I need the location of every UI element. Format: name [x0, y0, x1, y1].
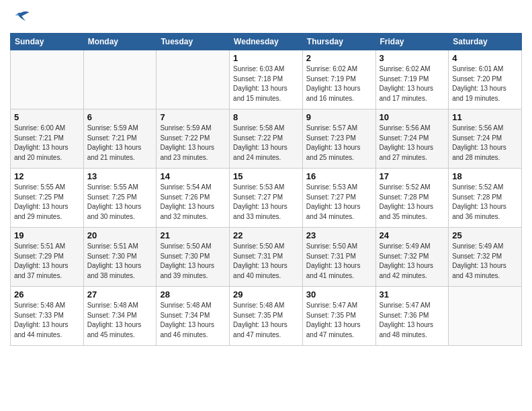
- calendar-cell: 10Sunrise: 5:56 AMSunset: 7:24 PMDayligh…: [375, 109, 449, 169]
- calendar-week-3: 12Sunrise: 5:55 AMSunset: 7:25 PMDayligh…: [11, 169, 522, 228]
- day-number: 1: [233, 53, 299, 63]
- day-info: Sunrise: 6:02 AMSunset: 7:19 PMDaylight:…: [306, 64, 372, 103]
- logo-bird-icon: [11, 10, 30, 25]
- page-header: [10, 7, 522, 28]
- calendar-cell: 29Sunrise: 5:48 AMSunset: 7:35 PMDayligh…: [230, 287, 303, 346]
- header-friday: Friday: [375, 34, 449, 50]
- day-info: Sunrise: 5:51 AMSunset: 7:29 PMDaylight:…: [14, 242, 80, 281]
- day-info: Sunrise: 5:55 AMSunset: 7:25 PMDaylight:…: [87, 183, 153, 222]
- day-info: Sunrise: 6:00 AMSunset: 7:21 PMDaylight:…: [14, 124, 80, 163]
- calendar-cell: 8Sunrise: 5:58 AMSunset: 7:22 PMDaylight…: [230, 109, 303, 169]
- day-info: Sunrise: 5:52 AMSunset: 7:28 PMDaylight:…: [452, 183, 518, 222]
- day-info: Sunrise: 5:56 AMSunset: 7:24 PMDaylight:…: [452, 124, 518, 163]
- calendar-week-4: 19Sunrise: 5:51 AMSunset: 7:29 PMDayligh…: [11, 228, 522, 287]
- day-info: Sunrise: 5:57 AMSunset: 7:23 PMDaylight:…: [306, 124, 372, 163]
- header-wednesday: Wednesday: [230, 34, 303, 50]
- day-info: Sunrise: 5:54 AMSunset: 7:26 PMDaylight:…: [160, 183, 226, 222]
- day-info: Sunrise: 5:51 AMSunset: 7:30 PMDaylight:…: [87, 242, 153, 281]
- day-info: Sunrise: 5:58 AMSunset: 7:22 PMDaylight:…: [233, 124, 299, 163]
- calendar-cell: [157, 50, 230, 109]
- day-number: 20: [87, 230, 153, 240]
- calendar-cell: 1Sunrise: 6:03 AMSunset: 7:18 PMDaylight…: [230, 50, 303, 109]
- calendar-cell: 19Sunrise: 5:51 AMSunset: 7:29 PMDayligh…: [11, 228, 84, 287]
- calendar-week-2: 5Sunrise: 6:00 AMSunset: 7:21 PMDaylight…: [11, 109, 522, 169]
- calendar-cell: 14Sunrise: 5:54 AMSunset: 7:26 PMDayligh…: [157, 169, 230, 228]
- header-monday: Monday: [83, 34, 157, 50]
- day-info: Sunrise: 5:53 AMSunset: 7:27 PMDaylight:…: [233, 183, 299, 222]
- calendar-cell: 27Sunrise: 5:48 AMSunset: 7:34 PMDayligh…: [83, 287, 157, 346]
- day-number: 4: [452, 53, 518, 63]
- day-info: Sunrise: 5:50 AMSunset: 7:31 PMDaylight:…: [233, 242, 299, 281]
- day-number: 24: [380, 230, 445, 240]
- calendar-cell: 2Sunrise: 6:02 AMSunset: 7:19 PMDaylight…: [302, 50, 375, 109]
- day-info: Sunrise: 6:02 AMSunset: 7:19 PMDaylight:…: [380, 64, 445, 103]
- calendar-cell: 4Sunrise: 6:01 AMSunset: 7:20 PMDaylight…: [449, 50, 522, 109]
- day-info: Sunrise: 5:49 AMSunset: 7:32 PMDaylight:…: [380, 242, 445, 281]
- day-number: 2: [306, 53, 372, 63]
- day-number: 14: [160, 171, 226, 181]
- header-tuesday: Tuesday: [157, 34, 230, 50]
- day-number: 11: [452, 112, 518, 122]
- calendar-cell: [83, 50, 157, 109]
- day-info: Sunrise: 5:47 AMSunset: 7:36 PMDaylight:…: [380, 301, 445, 340]
- calendar-cell: [11, 50, 84, 109]
- day-number: 29: [233, 289, 299, 300]
- day-info: Sunrise: 6:03 AMSunset: 7:18 PMDaylight:…: [233, 64, 299, 103]
- calendar-cell: 24Sunrise: 5:49 AMSunset: 7:32 PMDayligh…: [375, 228, 449, 287]
- day-number: 5: [14, 112, 80, 122]
- calendar-cell: 9Sunrise: 5:57 AMSunset: 7:23 PMDaylight…: [302, 109, 375, 169]
- calendar-cell: 5Sunrise: 6:00 AMSunset: 7:21 PMDaylight…: [11, 109, 84, 169]
- day-number: 27: [87, 289, 153, 300]
- day-number: 16: [306, 171, 372, 181]
- calendar-cell: 16Sunrise: 5:53 AMSunset: 7:27 PMDayligh…: [302, 169, 375, 228]
- header-saturday: Saturday: [449, 34, 522, 50]
- calendar-cell: 12Sunrise: 5:55 AMSunset: 7:25 PMDayligh…: [11, 169, 84, 228]
- day-number: 17: [380, 171, 445, 181]
- day-info: Sunrise: 6:01 AMSunset: 7:20 PMDaylight:…: [452, 64, 518, 103]
- calendar-cell: 13Sunrise: 5:55 AMSunset: 7:25 PMDayligh…: [83, 169, 157, 228]
- day-info: Sunrise: 5:50 AMSunset: 7:31 PMDaylight:…: [306, 242, 372, 281]
- day-number: 26: [14, 289, 80, 300]
- calendar-cell: [449, 287, 522, 346]
- calendar-cell: 7Sunrise: 5:59 AMSunset: 7:22 PMDaylight…: [157, 109, 230, 169]
- day-number: 21: [160, 230, 226, 240]
- calendar-cell: 22Sunrise: 5:50 AMSunset: 7:31 PMDayligh…: [230, 228, 303, 287]
- day-number: 10: [380, 112, 445, 122]
- header-sunday: Sunday: [11, 34, 84, 50]
- day-info: Sunrise: 5:50 AMSunset: 7:30 PMDaylight:…: [160, 242, 226, 281]
- day-number: 13: [87, 171, 153, 181]
- day-info: Sunrise: 5:48 AMSunset: 7:34 PMDaylight:…: [160, 301, 226, 340]
- calendar-cell: 25Sunrise: 5:49 AMSunset: 7:32 PMDayligh…: [449, 228, 522, 287]
- day-number: 19: [14, 230, 80, 240]
- day-number: 12: [14, 171, 80, 181]
- calendar-table: SundayMondayTuesdayWednesdayThursdayFrid…: [10, 33, 522, 346]
- day-number: 8: [233, 112, 299, 122]
- calendar-cell: 11Sunrise: 5:56 AMSunset: 7:24 PMDayligh…: [449, 109, 522, 169]
- calendar-cell: 26Sunrise: 5:48 AMSunset: 7:33 PMDayligh…: [11, 287, 84, 346]
- day-number: 22: [233, 230, 299, 240]
- day-info: Sunrise: 5:49 AMSunset: 7:32 PMDaylight:…: [452, 242, 518, 281]
- calendar-cell: 23Sunrise: 5:50 AMSunset: 7:31 PMDayligh…: [302, 228, 375, 287]
- calendar-cell: 21Sunrise: 5:50 AMSunset: 7:30 PMDayligh…: [157, 228, 230, 287]
- logo: [10, 10, 30, 28]
- calendar-cell: 20Sunrise: 5:51 AMSunset: 7:30 PMDayligh…: [83, 228, 157, 287]
- calendar-cell: 30Sunrise: 5:47 AMSunset: 7:35 PMDayligh…: [302, 287, 375, 346]
- calendar-cell: 31Sunrise: 5:47 AMSunset: 7:36 PMDayligh…: [375, 287, 449, 346]
- day-info: Sunrise: 5:59 AMSunset: 7:21 PMDaylight:…: [87, 124, 153, 163]
- day-number: 6: [87, 112, 153, 122]
- day-number: 15: [233, 171, 299, 181]
- day-info: Sunrise: 5:48 AMSunset: 7:35 PMDaylight:…: [233, 301, 299, 340]
- day-info: Sunrise: 5:52 AMSunset: 7:28 PMDaylight:…: [380, 183, 445, 222]
- day-info: Sunrise: 5:53 AMSunset: 7:27 PMDaylight:…: [306, 183, 372, 222]
- calendar-cell: 15Sunrise: 5:53 AMSunset: 7:27 PMDayligh…: [230, 169, 303, 228]
- day-number: 28: [160, 289, 226, 300]
- day-info: Sunrise: 5:47 AMSunset: 7:35 PMDaylight:…: [306, 301, 372, 340]
- calendar-header-row: SundayMondayTuesdayWednesdayThursdayFrid…: [11, 34, 522, 50]
- day-number: 7: [160, 112, 226, 122]
- calendar-cell: 3Sunrise: 6:02 AMSunset: 7:19 PMDaylight…: [375, 50, 449, 109]
- day-number: 9: [306, 112, 372, 122]
- day-info: Sunrise: 5:48 AMSunset: 7:33 PMDaylight:…: [14, 301, 80, 340]
- day-number: 23: [306, 230, 372, 240]
- day-info: Sunrise: 5:55 AMSunset: 7:25 PMDaylight:…: [14, 183, 80, 222]
- day-number: 25: [452, 230, 518, 240]
